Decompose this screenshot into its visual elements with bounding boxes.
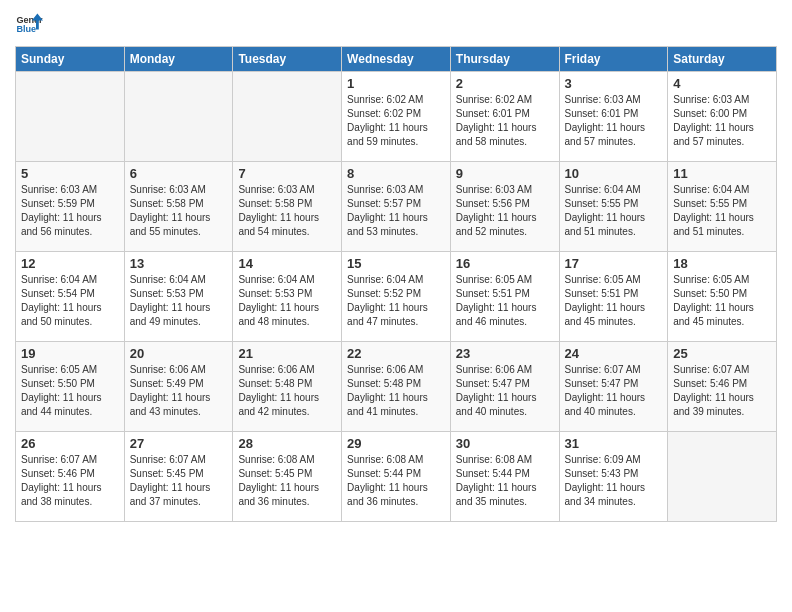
day-cell: 10Sunrise: 6:04 AM Sunset: 5:55 PM Dayli… [559, 162, 668, 252]
day-number: 16 [456, 256, 554, 271]
day-info: Sunrise: 6:07 AM Sunset: 5:46 PM Dayligh… [673, 363, 771, 419]
day-cell: 1Sunrise: 6:02 AM Sunset: 6:02 PM Daylig… [342, 72, 451, 162]
day-number: 14 [238, 256, 336, 271]
day-info: Sunrise: 6:03 AM Sunset: 5:57 PM Dayligh… [347, 183, 445, 239]
day-info: Sunrise: 6:03 AM Sunset: 6:01 PM Dayligh… [565, 93, 663, 149]
day-info: Sunrise: 6:04 AM Sunset: 5:55 PM Dayligh… [673, 183, 771, 239]
day-number: 15 [347, 256, 445, 271]
day-number: 20 [130, 346, 228, 361]
day-info: Sunrise: 6:07 AM Sunset: 5:47 PM Dayligh… [565, 363, 663, 419]
header-day-monday: Monday [124, 47, 233, 72]
day-cell: 6Sunrise: 6:03 AM Sunset: 5:58 PM Daylig… [124, 162, 233, 252]
day-cell: 13Sunrise: 6:04 AM Sunset: 5:53 PM Dayli… [124, 252, 233, 342]
day-cell [233, 72, 342, 162]
page-header: General Blue [15, 10, 777, 38]
day-number: 4 [673, 76, 771, 91]
day-cell: 3Sunrise: 6:03 AM Sunset: 6:01 PM Daylig… [559, 72, 668, 162]
header-day-thursday: Thursday [450, 47, 559, 72]
day-info: Sunrise: 6:04 AM Sunset: 5:53 PM Dayligh… [130, 273, 228, 329]
day-number: 13 [130, 256, 228, 271]
day-number: 22 [347, 346, 445, 361]
day-info: Sunrise: 6:08 AM Sunset: 5:44 PM Dayligh… [456, 453, 554, 509]
day-info: Sunrise: 6:05 AM Sunset: 5:51 PM Dayligh… [456, 273, 554, 329]
day-number: 11 [673, 166, 771, 181]
day-info: Sunrise: 6:04 AM Sunset: 5:52 PM Dayligh… [347, 273, 445, 329]
day-cell: 28Sunrise: 6:08 AM Sunset: 5:45 PM Dayli… [233, 432, 342, 522]
day-info: Sunrise: 6:06 AM Sunset: 5:48 PM Dayligh… [347, 363, 445, 419]
day-info: Sunrise: 6:07 AM Sunset: 5:45 PM Dayligh… [130, 453, 228, 509]
day-cell: 8Sunrise: 6:03 AM Sunset: 5:57 PM Daylig… [342, 162, 451, 252]
header-day-wednesday: Wednesday [342, 47, 451, 72]
day-info: Sunrise: 6:04 AM Sunset: 5:53 PM Dayligh… [238, 273, 336, 329]
day-cell [668, 432, 777, 522]
day-info: Sunrise: 6:05 AM Sunset: 5:50 PM Dayligh… [21, 363, 119, 419]
day-info: Sunrise: 6:07 AM Sunset: 5:46 PM Dayligh… [21, 453, 119, 509]
day-cell: 9Sunrise: 6:03 AM Sunset: 5:56 PM Daylig… [450, 162, 559, 252]
day-cell [16, 72, 125, 162]
week-row-4: 19Sunrise: 6:05 AM Sunset: 5:50 PM Dayli… [16, 342, 777, 432]
week-row-2: 5Sunrise: 6:03 AM Sunset: 5:59 PM Daylig… [16, 162, 777, 252]
day-cell: 12Sunrise: 6:04 AM Sunset: 5:54 PM Dayli… [16, 252, 125, 342]
day-number: 27 [130, 436, 228, 451]
day-cell: 18Sunrise: 6:05 AM Sunset: 5:50 PM Dayli… [668, 252, 777, 342]
day-info: Sunrise: 6:03 AM Sunset: 5:56 PM Dayligh… [456, 183, 554, 239]
day-cell: 17Sunrise: 6:05 AM Sunset: 5:51 PM Dayli… [559, 252, 668, 342]
day-number: 26 [21, 436, 119, 451]
day-cell: 25Sunrise: 6:07 AM Sunset: 5:46 PM Dayli… [668, 342, 777, 432]
day-info: Sunrise: 6:02 AM Sunset: 6:01 PM Dayligh… [456, 93, 554, 149]
header-day-friday: Friday [559, 47, 668, 72]
day-info: Sunrise: 6:06 AM Sunset: 5:49 PM Dayligh… [130, 363, 228, 419]
week-row-3: 12Sunrise: 6:04 AM Sunset: 5:54 PM Dayli… [16, 252, 777, 342]
day-info: Sunrise: 6:08 AM Sunset: 5:44 PM Dayligh… [347, 453, 445, 509]
day-info: Sunrise: 6:09 AM Sunset: 5:43 PM Dayligh… [565, 453, 663, 509]
day-number: 2 [456, 76, 554, 91]
day-cell: 31Sunrise: 6:09 AM Sunset: 5:43 PM Dayli… [559, 432, 668, 522]
day-number: 29 [347, 436, 445, 451]
day-number: 23 [456, 346, 554, 361]
day-number: 12 [21, 256, 119, 271]
day-info: Sunrise: 6:05 AM Sunset: 5:50 PM Dayligh… [673, 273, 771, 329]
day-info: Sunrise: 6:08 AM Sunset: 5:45 PM Dayligh… [238, 453, 336, 509]
day-cell: 7Sunrise: 6:03 AM Sunset: 5:58 PM Daylig… [233, 162, 342, 252]
day-info: Sunrise: 6:03 AM Sunset: 5:59 PM Dayligh… [21, 183, 119, 239]
day-number: 3 [565, 76, 663, 91]
calendar-table: SundayMondayTuesdayWednesdayThursdayFrid… [15, 46, 777, 522]
day-cell: 27Sunrise: 6:07 AM Sunset: 5:45 PM Dayli… [124, 432, 233, 522]
day-cell: 26Sunrise: 6:07 AM Sunset: 5:46 PM Dayli… [16, 432, 125, 522]
day-cell: 11Sunrise: 6:04 AM Sunset: 5:55 PM Dayli… [668, 162, 777, 252]
header-day-sunday: Sunday [16, 47, 125, 72]
calendar-header-row: SundayMondayTuesdayWednesdayThursdayFrid… [16, 47, 777, 72]
day-number: 5 [21, 166, 119, 181]
day-cell: 4Sunrise: 6:03 AM Sunset: 6:00 PM Daylig… [668, 72, 777, 162]
svg-text:Blue: Blue [16, 24, 36, 34]
week-row-1: 1Sunrise: 6:02 AM Sunset: 6:02 PM Daylig… [16, 72, 777, 162]
day-info: Sunrise: 6:05 AM Sunset: 5:51 PM Dayligh… [565, 273, 663, 329]
day-cell: 15Sunrise: 6:04 AM Sunset: 5:52 PM Dayli… [342, 252, 451, 342]
header-day-tuesday: Tuesday [233, 47, 342, 72]
day-cell: 5Sunrise: 6:03 AM Sunset: 5:59 PM Daylig… [16, 162, 125, 252]
day-number: 24 [565, 346, 663, 361]
day-number: 30 [456, 436, 554, 451]
day-number: 8 [347, 166, 445, 181]
day-info: Sunrise: 6:06 AM Sunset: 5:47 PM Dayligh… [456, 363, 554, 419]
logo: General Blue [15, 10, 43, 38]
day-number: 7 [238, 166, 336, 181]
day-number: 9 [456, 166, 554, 181]
day-info: Sunrise: 6:02 AM Sunset: 6:02 PM Dayligh… [347, 93, 445, 149]
day-cell: 24Sunrise: 6:07 AM Sunset: 5:47 PM Dayli… [559, 342, 668, 432]
day-info: Sunrise: 6:04 AM Sunset: 5:54 PM Dayligh… [21, 273, 119, 329]
day-number: 10 [565, 166, 663, 181]
day-cell: 20Sunrise: 6:06 AM Sunset: 5:49 PM Dayli… [124, 342, 233, 432]
day-cell: 22Sunrise: 6:06 AM Sunset: 5:48 PM Dayli… [342, 342, 451, 432]
day-number: 18 [673, 256, 771, 271]
week-row-5: 26Sunrise: 6:07 AM Sunset: 5:46 PM Dayli… [16, 432, 777, 522]
day-info: Sunrise: 6:06 AM Sunset: 5:48 PM Dayligh… [238, 363, 336, 419]
day-cell: 19Sunrise: 6:05 AM Sunset: 5:50 PM Dayli… [16, 342, 125, 432]
day-info: Sunrise: 6:03 AM Sunset: 6:00 PM Dayligh… [673, 93, 771, 149]
day-info: Sunrise: 6:03 AM Sunset: 5:58 PM Dayligh… [130, 183, 228, 239]
day-cell: 30Sunrise: 6:08 AM Sunset: 5:44 PM Dayli… [450, 432, 559, 522]
day-cell: 21Sunrise: 6:06 AM Sunset: 5:48 PM Dayli… [233, 342, 342, 432]
day-cell [124, 72, 233, 162]
logo-icon: General Blue [15, 10, 43, 38]
day-number: 31 [565, 436, 663, 451]
